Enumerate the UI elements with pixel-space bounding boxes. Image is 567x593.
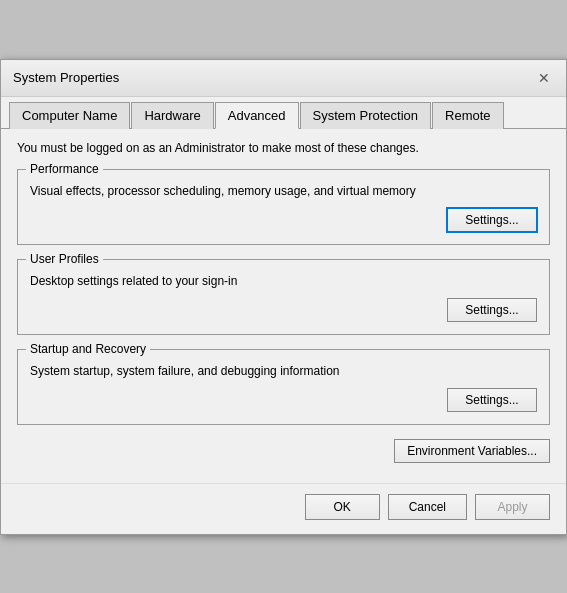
- bottom-button-bar: OK Cancel Apply: [1, 483, 566, 534]
- tab-advanced[interactable]: Advanced: [215, 102, 299, 129]
- startup-recovery-group-label: Startup and Recovery: [26, 342, 150, 356]
- admin-note: You must be logged on as an Administrato…: [17, 141, 550, 155]
- performance-group: Performance Visual effects, processor sc…: [17, 169, 550, 245]
- close-button[interactable]: ✕: [534, 68, 554, 88]
- user-profiles-description: Desktop settings related to your sign-in: [30, 274, 537, 288]
- startup-recovery-settings-wrap: Settings...: [30, 388, 537, 412]
- startup-recovery-description: System startup, system failure, and debu…: [30, 364, 537, 378]
- content-area: You must be logged on as an Administrato…: [1, 129, 566, 483]
- performance-group-label: Performance: [26, 162, 103, 176]
- user-profiles-settings-wrap: Settings...: [30, 298, 537, 322]
- window-title: System Properties: [13, 70, 119, 85]
- user-profiles-group-label: User Profiles: [26, 252, 103, 266]
- user-profiles-settings-button[interactable]: Settings...: [447, 298, 537, 322]
- title-bar: System Properties ✕: [1, 60, 566, 97]
- ok-button[interactable]: OK: [305, 494, 380, 520]
- apply-button[interactable]: Apply: [475, 494, 550, 520]
- startup-recovery-settings-button[interactable]: Settings...: [447, 388, 537, 412]
- performance-settings-wrap: Settings...: [30, 208, 537, 232]
- cancel-button[interactable]: Cancel: [388, 494, 467, 520]
- tab-computer-name[interactable]: Computer Name: [9, 102, 130, 129]
- system-properties-window: System Properties ✕ Computer Name Hardwa…: [0, 59, 567, 535]
- performance-description: Visual effects, processor scheduling, me…: [30, 184, 537, 198]
- tab-remote[interactable]: Remote: [432, 102, 504, 129]
- tab-system-protection[interactable]: System Protection: [300, 102, 432, 129]
- environment-variables-button[interactable]: Environment Variables...: [394, 439, 550, 463]
- startup-recovery-group: Startup and Recovery System startup, sys…: [17, 349, 550, 425]
- tab-hardware[interactable]: Hardware: [131, 102, 213, 129]
- user-profiles-group: User Profiles Desktop settings related t…: [17, 259, 550, 335]
- tab-bar: Computer Name Hardware Advanced System P…: [1, 97, 566, 129]
- performance-settings-button[interactable]: Settings...: [447, 208, 537, 232]
- env-btn-row: Environment Variables...: [17, 439, 550, 463]
